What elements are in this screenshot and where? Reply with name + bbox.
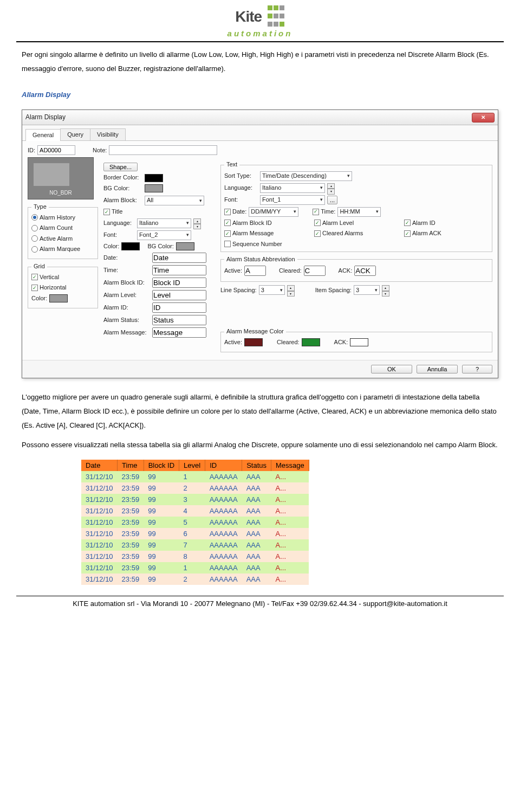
table-cell: AAAAAA	[205, 482, 242, 494]
table-cell: AAA	[242, 573, 271, 585]
table-row: 31/12/1023:59991AAAAAAAAAA...	[81, 562, 309, 573]
table-cell: 99	[144, 528, 179, 539]
grid-color-swatch[interactable]	[49, 294, 68, 302]
line-spacing-combo[interactable]: 3	[259, 285, 285, 295]
item-spacing-combo[interactable]: 3	[354, 285, 380, 295]
table-cell: 7	[179, 539, 205, 551]
paragraph-1: Per ogni singolo allarme è definito un l…	[22, 48, 498, 76]
border-color-swatch[interactable]	[145, 174, 163, 182]
table-cell: AAAAAA	[205, 562, 242, 573]
table-cell: AAA	[242, 528, 271, 539]
table-cell: 31/12/10	[81, 517, 118, 528]
status-header-input[interactable]	[152, 315, 206, 325]
table-cell: 31/12/10	[81, 482, 118, 494]
active-abbrev-input[interactable]	[244, 266, 266, 276]
title-font-combo[interactable]: Font_2	[137, 230, 191, 240]
ok-button[interactable]: OK	[371, 365, 412, 373]
table-cell: 99	[144, 517, 179, 528]
vertical-checkbox[interactable]: Vertical	[31, 273, 59, 281]
blockid-header-input[interactable]	[152, 278, 206, 288]
title-color-swatch[interactable]	[121, 242, 140, 250]
line-spacing-spinner[interactable]: ▴▾	[287, 285, 295, 295]
close-icon[interactable]: ✕	[472, 113, 495, 123]
bg-color-swatch[interactable]	[145, 184, 163, 192]
shape-button[interactable]: Shape...	[103, 163, 138, 171]
type-radio-3[interactable]: Alarm Marquee	[31, 245, 80, 253]
preview-box: NO_BDR	[28, 157, 94, 199]
title-bgcolor-swatch[interactable]	[176, 242, 194, 250]
tab-visibility[interactable]: Visibility	[90, 128, 126, 140]
alarmid-header-input[interactable]	[152, 302, 206, 313]
check-sequence number[interactable]: Sequence Number	[224, 240, 309, 248]
sort-type-combo[interactable]: Time/Date (Descending)	[260, 171, 352, 181]
time-format-combo[interactable]: HH:MM	[337, 207, 381, 217]
type-radio-1[interactable]: Alarm Count	[31, 224, 73, 232]
horizontal-checkbox[interactable]: Horizontal	[31, 283, 67, 292]
cleared-color-swatch[interactable]	[302, 338, 320, 346]
table-cell: AAAAAA	[205, 517, 242, 528]
tab-general[interactable]: General	[25, 129, 61, 141]
table-cell: A...	[271, 505, 309, 517]
check-cleared alarms[interactable]: Cleared Alarms	[314, 229, 399, 237]
abbrev-fieldset: Alarm Status Abbreviation Active: Cleare…	[220, 255, 492, 282]
ack-color-swatch[interactable]	[350, 338, 368, 346]
check-alarm block id[interactable]: Alarm Block ID	[224, 219, 309, 227]
date-format-combo[interactable]: DD/MM/YY	[249, 207, 298, 217]
time-header-input[interactable]	[152, 265, 206, 275]
text-language-spinner[interactable]: ▴▾	[327, 183, 335, 193]
table-cell: AAAAAA	[205, 573, 242, 585]
type-radio-0[interactable]: Alarm History	[31, 214, 75, 222]
grid-fieldset: Grid Vertical Horizontal Color:	[28, 262, 98, 308]
check-alarm level[interactable]: Alarm Level	[314, 219, 399, 227]
table-cell: 99	[144, 539, 179, 551]
table-row: 31/12/1023:59992AAAAAAAAAA...	[81, 573, 309, 585]
logo: Kite automation	[227, 4, 293, 38]
table-cell: 99	[144, 494, 179, 505]
table-cell: 31/12/10	[81, 562, 118, 573]
paragraph-2: L'oggetto migliore per avere un quadro g…	[22, 390, 498, 433]
table-cell: 99	[144, 482, 179, 494]
text-font-combo[interactable]: Font_1	[260, 195, 325, 205]
ack-abbrev-input[interactable]	[354, 266, 376, 276]
table-header: Time	[118, 460, 144, 471]
active-color-swatch[interactable]	[244, 338, 263, 346]
check-alarm id[interactable]: Alarm ID	[404, 219, 489, 227]
title-checkbox[interactable]: Title	[103, 208, 122, 216]
item-spacing-spinner[interactable]: ▴▾	[382, 285, 389, 295]
alarm-block-combo[interactable]: All	[145, 196, 204, 205]
table-cell: AAA	[242, 562, 271, 573]
table-cell: AAAAAA	[205, 528, 242, 539]
text-fieldset: Text Sort Type:Time/Date (Descending) La…	[220, 160, 492, 252]
check-alarm message[interactable]: Alarm Message	[224, 229, 309, 237]
table-cell: 99	[144, 505, 179, 517]
time-checkbox[interactable]: Time:	[313, 208, 335, 216]
table-cell: 31/12/10	[81, 471, 118, 482]
table-cell: 23:59	[118, 573, 144, 585]
table-cell: 6	[179, 528, 205, 539]
tab-query[interactable]: Query	[60, 128, 90, 140]
level-header-input[interactable]	[152, 290, 206, 300]
language-spinner[interactable]: ▴▾	[193, 218, 201, 228]
page-header: Kite automation	[0, 0, 520, 40]
check-alarm ack[interactable]: Alarm ACK	[404, 229, 489, 237]
cancel-button[interactable]: Annulla	[417, 365, 458, 373]
note-label: Note:	[93, 146, 107, 154]
date-checkbox[interactable]: Date:	[224, 208, 246, 216]
type-radio-2[interactable]: Active Alarm	[31, 235, 73, 243]
id-input[interactable]	[37, 145, 75, 155]
table-row: 31/12/1023:59996AAAAAAAAAA...	[81, 528, 309, 539]
table-cell: AAAAAA	[205, 551, 242, 562]
help-button[interactable]: ?	[462, 365, 492, 373]
table-cell: AAA	[242, 517, 271, 528]
message-header-input[interactable]	[152, 327, 206, 338]
text-language-combo[interactable]: Italiano	[260, 183, 325, 193]
msg-color-fieldset: Alarm Message Color Active: Cleared: ACK…	[220, 327, 492, 352]
date-header-input[interactable]	[152, 253, 206, 263]
table-header: Date	[81, 460, 118, 471]
title-language-combo[interactable]: Italiano	[137, 218, 191, 228]
font-browse-button[interactable]: ...	[327, 196, 337, 204]
table-cell: 31/12/10	[81, 539, 118, 551]
note-input[interactable]	[109, 145, 217, 155]
cleared-abbrev-input[interactable]	[304, 266, 326, 276]
grid-legend: Grid	[31, 262, 47, 270]
